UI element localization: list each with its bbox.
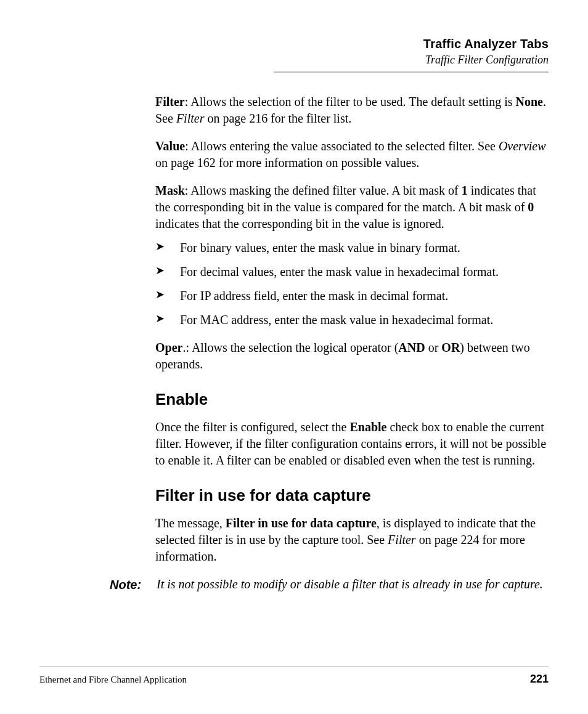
bold-filter-in-use: Filter in use for data capture xyxy=(226,516,377,530)
arrow-icon: ➤ xyxy=(155,313,165,324)
list-item-text: For MAC address, enter the mask value in… xyxy=(180,313,493,327)
bold-enable: Enable xyxy=(349,420,386,434)
arrow-icon: ➤ xyxy=(155,265,165,276)
arrow-icon: ➤ xyxy=(155,289,165,300)
page: Traffic Analyzer Tabs Traffic Filter Con… xyxy=(0,0,588,714)
list-item-text: For IP address field, enter the mask in … xyxy=(180,289,448,302)
text: .: Allows the selection the logical oper… xyxy=(182,341,398,354)
note-body: It is not possible to modify or disable … xyxy=(157,576,549,593)
mask-bullet-list: ➤ For binary values, enter the mask valu… xyxy=(155,240,549,328)
list-item: ➤ For IP address field, enter the mask i… xyxy=(155,288,549,304)
bold-none: None xyxy=(516,95,543,108)
body-content: Filter: Allows the selection of the filt… xyxy=(155,94,549,565)
bold-or: OR xyxy=(441,341,460,354)
note-label: Note: xyxy=(110,576,155,593)
running-head-title: Traffic Analyzer Tabs xyxy=(39,37,549,51)
list-item-text: For decimal values, enter the mask value… xyxy=(180,265,499,278)
list-item: ➤ For MAC address, enter the mask value … xyxy=(155,312,549,328)
label-value: Value xyxy=(155,139,185,153)
paragraph-value: Value: Allows entering the value associa… xyxy=(155,138,549,171)
footer-title: Ethernet and Fibre Channel Application xyxy=(39,675,187,685)
heading-enable: Enable xyxy=(155,389,549,410)
text: : Allows entering the value associated t… xyxy=(185,139,499,153)
heading-filter-in-use: Filter in use for data capture xyxy=(155,485,549,506)
text: or xyxy=(425,341,442,354)
paragraph-mask: Mask: Allows masking the defined filter … xyxy=(155,182,549,232)
italic-filter-ref2: Filter xyxy=(388,533,416,546)
label-filter: Filter xyxy=(155,95,185,108)
italic-filter-ref: Filter xyxy=(176,112,205,125)
running-head: Traffic Analyzer Tabs Traffic Filter Con… xyxy=(39,37,549,67)
paragraph-enable: Once the filter is configured, select th… xyxy=(155,419,549,469)
text: indicates that the corresponding bit in … xyxy=(155,217,444,230)
text: Once the filter is configured, select th… xyxy=(155,420,349,434)
paragraph-oper: Oper.: Allows the selection the logical … xyxy=(155,339,549,373)
list-item: ➤ For binary values, enter the mask valu… xyxy=(155,240,549,256)
page-footer: Ethernet and Fibre Channel Application 2… xyxy=(39,666,549,686)
label-mask: Mask xyxy=(155,184,185,197)
label-oper: Oper xyxy=(155,341,182,354)
text: on page 162 for more information on poss… xyxy=(155,156,419,169)
bold-and: AND xyxy=(398,341,425,354)
note-block: Note: It is not possible to modify or di… xyxy=(110,576,549,593)
list-item-text: For binary values, enter the mask value … xyxy=(180,241,460,254)
paragraph-filter-in-use: The message, Filter in use for data capt… xyxy=(155,515,549,565)
text: : Allows the selection of the filter to … xyxy=(185,95,516,108)
text: : Allows masking the defined filter valu… xyxy=(185,184,462,197)
paragraph-filter: Filter: Allows the selection of the filt… xyxy=(155,94,549,127)
page-number: 221 xyxy=(530,673,549,686)
arrow-icon: ➤ xyxy=(155,241,165,252)
text: on page 216 for the filter list. xyxy=(204,112,351,125)
text: The message, xyxy=(155,516,226,530)
bold-one: 1 xyxy=(462,184,468,197)
list-item: ➤ For decimal values, enter the mask val… xyxy=(155,264,549,280)
italic-overview-ref: Overview xyxy=(499,139,546,153)
bold-zero: 0 xyxy=(528,200,534,214)
header-rule xyxy=(274,71,549,73)
running-head-subtitle: Traffic Filter Configuration xyxy=(39,54,549,67)
